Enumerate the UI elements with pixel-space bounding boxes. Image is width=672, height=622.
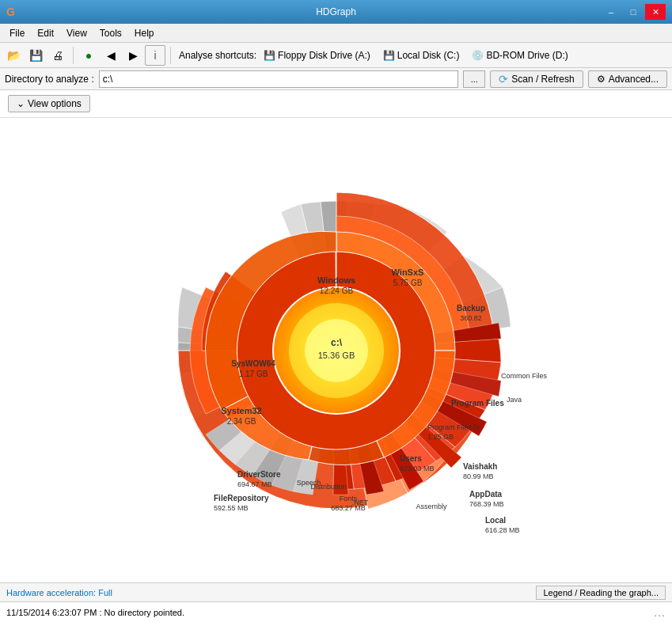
advanced-icon: ⚙ [597,74,606,85]
svg-text:Assembly: Assembly [416,503,447,510]
hw-status: Hardware acceleration: Full [6,588,112,597]
toolbar-separator-1 [73,47,74,64]
toolbar-print-button[interactable]: 🖨 [47,45,68,66]
svg-text:Users: Users [400,454,422,463]
svg-text:Local: Local [485,516,506,525]
svg-text:Windows: Windows [317,275,355,285]
svg-text:AppData: AppData [469,490,503,499]
svg-text:Backup: Backup [456,304,484,313]
floppy-icon: 💾 [264,50,275,61]
svg-text:694.67 MB: 694.67 MB [237,480,272,488]
status-bar: Hardware acceleration: Full Legend / Rea… [0,582,672,601]
svg-text:System32: System32 [221,406,261,415]
svg-text:768.39 MB: 768.39 MB [469,500,504,508]
app-icon: G [6,6,15,18]
bd-rom-shortcut[interactable]: 💿 BD-ROM Drive (D:) [466,47,573,63]
svg-text:Program Files: Program Files [451,399,504,408]
dir-label: Directory to analyze : [5,74,94,85]
minimize-button[interactable]: – [601,4,621,20]
footer-dots: ... [654,606,666,619]
hw-value: Full [98,588,112,597]
svg-text:360.82: 360.82 [460,314,482,322]
svg-text:FileRepository: FileRepository [214,494,269,503]
svg-text:2.34 GB: 2.34 GB [226,417,256,426]
close-button[interactable]: ✕ [645,4,666,20]
local-disk-label: Local Disk (C:) [397,50,460,61]
title-bar-controls: – □ ✕ [601,4,666,20]
menu-bar: File Edit View Tools Help [0,24,672,43]
svg-text:Common Files: Common Files [501,372,548,380]
floppy-disk-shortcut[interactable]: 💾 Floppy Disk Drive (A:) [258,47,376,63]
toolbar-save-button[interactable]: 💾 [25,45,46,66]
dir-bar: Directory to analyze : ... ⟳ Scan / Refr… [0,68,672,90]
svg-text:Java: Java [507,396,522,404]
svg-text:Distribution: Distribution [310,483,346,491]
scan-label: Scan / Refresh [511,74,574,85]
svg-text:616.28 MB: 616.28 MB [485,526,520,534]
svg-text:.NET: .NET [351,499,368,506]
toolbar: 📂 💾 🖨 ● ◀ ▶ i Analyse shortcuts: 💾 Flopp… [0,43,672,68]
svg-text:592.55 MB: 592.55 MB [214,504,249,512]
dir-input[interactable] [99,70,459,88]
footer: 11/15/2014 6:23:07 PM : No directory poi… [0,601,672,622]
bd-rom-label: BD-ROM Drive (D:) [486,50,568,61]
svg-text:DriverStore: DriverStore [237,470,281,479]
title-bar-left: G [6,6,15,18]
toolbar-info-button[interactable]: i [145,45,165,66]
svg-text:12.24 GB: 12.24 GB [319,286,353,295]
menu-file[interactable]: File [3,26,31,40]
svg-text:823.03 MB: 823.03 MB [400,465,435,472]
toolbar-go-button[interactable]: ● [78,45,99,66]
toolbar-back-button[interactable]: ◀ [101,45,121,66]
toolbar-forward-button[interactable]: ▶ [123,45,143,66]
menu-view[interactable]: View [60,26,93,40]
advanced-button[interactable]: ⚙ Advanced... [588,70,667,88]
svg-text:Vaishakh: Vaishakh [463,462,497,471]
menu-tools[interactable]: Tools [93,26,128,40]
menu-help[interactable]: Help [128,26,161,40]
main-content: c:\ 15.36 GB Windows 12.24 GB WinSxS 5.7… [0,118,672,582]
svg-text:5.75 GB: 5.75 GB [393,279,422,287]
svg-text:Program Files (x: Program Files (x [427,423,480,431]
local-disk-icon: 💾 [383,50,395,61]
options-bar: ⌄ View options [0,90,672,118]
svg-text:1.17 GB: 1.17 GB [238,370,268,378]
browse-button[interactable]: ... [463,70,485,88]
floppy-label: Floppy Disk Drive (A:) [278,50,370,61]
view-options-label: View options [28,98,82,109]
title-bar-title: HDGraph [316,6,356,17]
toolbar-separator-2 [170,47,171,64]
advanced-label: Advanced... [609,74,659,85]
sunburst-chart[interactable]: c:\ 15.36 GB Windows 12.24 GB WinSxS 5.7… [67,129,606,572]
local-disk-shortcut[interactable]: 💾 Local Disk (C:) [378,47,465,63]
title-bar: G HDGraph – □ ✕ [0,0,672,24]
svg-text:WinSxS: WinSxS [391,267,423,277]
scan-refresh-button[interactable]: ⟳ Scan / Refresh [490,70,583,88]
svg-text:c:\: c:\ [330,337,342,348]
toolbar-open-button[interactable]: 📂 [3,45,24,66]
hw-label: Hardware acceleration: [6,588,96,597]
svg-text:SysWOW64: SysWOW64 [231,359,275,368]
analyse-shortcuts-label: Analyse shortcuts: [179,50,256,61]
chevron-down-icon: ⌄ [17,98,25,109]
svg-text:15.36 GB: 15.36 GB [317,351,354,360]
svg-text:1.25 GB: 1.25 GB [427,433,454,441]
footer-text: 11/15/2014 6:23:07 PM : No directory poi… [6,608,184,617]
legend-button[interactable]: Legend / Reading the graph... [536,586,666,600]
chart-area[interactable]: c:\ 15.36 GB Windows 12.24 GB WinSxS 5.7… [0,118,672,582]
menu-edit[interactable]: Edit [31,26,60,40]
view-options-button[interactable]: ⌄ View options [8,95,90,112]
svg-text:80.99 MB: 80.99 MB [463,472,494,480]
scan-icon: ⟳ [499,73,508,85]
maximize-button[interactable]: □ [623,4,644,20]
bd-rom-icon: 💿 [472,50,484,61]
